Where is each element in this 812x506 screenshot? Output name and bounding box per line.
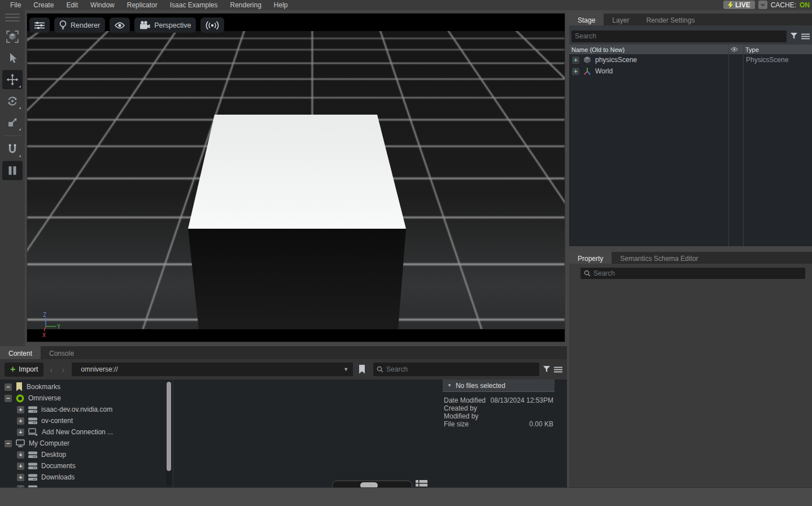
stage-filter-button[interactable] <box>790 33 798 40</box>
tree-scrollbar-track[interactable] <box>166 381 172 486</box>
menu-window[interactable]: Window <box>85 1 120 10</box>
tree-item-downloads[interactable]: + Downloads <box>0 472 165 483</box>
camera-button[interactable]: Perspective <box>134 18 196 33</box>
menu-file[interactable]: File <box>5 1 27 10</box>
viewport-3d[interactable]: Z Y X Renderer <box>27 14 565 342</box>
tab-content[interactable]: Content <box>0 346 41 359</box>
scale-flyout-mark <box>19 128 21 130</box>
live-button[interactable]: LIVE <box>723 1 755 9</box>
select-tool-button[interactable] <box>2 49 23 68</box>
tree-item-desktop[interactable]: + Desktop <box>0 449 165 460</box>
menu-help[interactable]: Help <box>268 1 294 10</box>
menu-create[interactable]: Create <box>28 1 59 10</box>
magnet-icon <box>6 143 19 155</box>
server-icon <box>28 451 37 459</box>
viewport-options-button[interactable] <box>29 18 50 33</box>
path-input[interactable] <box>76 365 343 373</box>
rotate-flyout-mark <box>19 107 21 109</box>
stage-search-input[interactable] <box>575 32 783 40</box>
column-name-header[interactable]: Name (Old to New) <box>569 46 728 53</box>
content-options-button[interactable] <box>554 367 562 373</box>
lightning-bolt-icon <box>728 2 733 8</box>
nav-back-button[interactable]: ‹ <box>47 365 55 374</box>
tree-item-documents[interactable]: + Documents <box>0 460 165 472</box>
expand-toggle[interactable]: + <box>572 56 579 64</box>
file-grid-area[interactable] <box>173 380 443 487</box>
file-details-panel: ▼ No files selected Date Modified 08/13/… <box>443 380 567 487</box>
tab-semantics-schema-editor[interactable]: Semantics Schema Editor <box>612 252 706 264</box>
details-header[interactable]: ▼ No files selected <box>443 380 555 392</box>
tree-item-label: Bookmarks <box>27 383 60 391</box>
tab-property[interactable]: Property <box>569 252 612 264</box>
detail-value: 0.00 KB <box>529 420 553 428</box>
property-search-box <box>580 268 805 279</box>
viewport-tool-column <box>0 10 25 346</box>
tree-item-ov-content[interactable]: + ov-content <box>0 415 165 426</box>
expand-toggle[interactable]: + <box>572 68 579 75</box>
prim-name: World <box>595 67 613 75</box>
scale-icon <box>6 116 19 129</box>
stage-row-physicsscene[interactable]: + physicsScene PhysicsScene <box>569 54 812 66</box>
live-dropdown-button[interactable] <box>758 1 767 9</box>
expand-toggle[interactable]: + <box>17 474 24 481</box>
detail-created-by: Created by <box>443 404 555 412</box>
pause-button[interactable] <box>2 161 23 180</box>
address-bar: ▼ <box>72 363 353 376</box>
cursor-icon <box>6 52 19 64</box>
tab-console[interactable]: Console <box>41 346 82 359</box>
broadcast-button[interactable] <box>200 18 224 33</box>
tree-item-omniverse[interactable]: − Omniverse <box>0 392 165 404</box>
menu-rendering[interactable]: Rendering <box>224 1 267 10</box>
cache-label: CACHE: <box>771 1 796 9</box>
move-tool-button[interactable] <box>2 70 23 89</box>
collapse-toggle[interactable]: − <box>5 395 12 402</box>
plus-icon: + <box>10 365 15 373</box>
tree-item-label: Desktop <box>41 451 66 459</box>
expand-toggle[interactable]: + <box>17 429 24 436</box>
stage-row-world[interactable]: + World <box>569 66 812 77</box>
tab-stage[interactable]: Stage <box>569 14 604 25</box>
content-filter-button[interactable] <box>543 366 551 373</box>
nav-forward-button[interactable]: › <box>59 365 67 374</box>
bookmark-button[interactable] <box>359 365 365 374</box>
toolbar-grip-handle[interactable] <box>5 14 20 21</box>
menu-replicator[interactable]: Replicator <box>121 1 163 10</box>
tab-render-settings[interactable]: Render Settings <box>638 14 703 25</box>
content-panel: Content Console + Import ‹ › ▼ <box>0 346 567 487</box>
visibility-button[interactable] <box>110 18 130 33</box>
tree-item-bookmarks[interactable]: − Bookmarks <box>0 381 165 392</box>
collapse-toggle[interactable]: − <box>5 383 12 391</box>
menu-isaac-examples[interactable]: Isaac Examples <box>164 1 224 10</box>
pause-icon <box>6 164 19 177</box>
scale-tool-button[interactable] <box>2 113 23 132</box>
frame-selection-button[interactable] <box>2 27 23 46</box>
import-button[interactable]: + Import <box>5 363 43 377</box>
chevron-down-icon <box>761 3 765 6</box>
detail-file-size: File size 0.00 KB <box>443 420 555 428</box>
snap-tool-button[interactable] <box>2 139 23 159</box>
tree-item-add-new-connection[interactable]: + Add New Connection ... <box>0 426 165 438</box>
rotate-tool-button[interactable] <box>2 91 23 111</box>
stage-options-button[interactable] <box>801 33 810 40</box>
server-icon <box>28 417 37 425</box>
menu-edit[interactable]: Edit <box>60 1 84 10</box>
tree-scrollbar-thumb[interactable] <box>167 382 171 471</box>
tree-item-label: My Computer <box>29 439 69 447</box>
tree-item-isaac-dev[interactable]: + isaac-dev.ov.nvidia.com <box>0 404 165 415</box>
tab-layer[interactable]: Layer <box>604 14 638 25</box>
hamburger-menu-icon <box>554 367 562 373</box>
path-dropdown-button[interactable]: ▼ <box>343 367 348 372</box>
expand-toggle[interactable]: + <box>17 463 24 470</box>
expand-toggle[interactable]: + <box>17 451 24 459</box>
expand-toggle[interactable]: + <box>17 406 24 413</box>
tree-item-partial[interactable]: + <box>0 483 165 487</box>
column-type-header[interactable]: Type <box>743 46 812 53</box>
column-visibility-header[interactable] <box>728 47 743 52</box>
renderer-button[interactable]: Renderer <box>54 18 105 33</box>
server-icon <box>28 463 37 470</box>
expand-toggle[interactable]: + <box>17 417 24 425</box>
collapse-toggle[interactable]: − <box>5 440 12 447</box>
property-search-input[interactable] <box>593 269 802 277</box>
tree-item-my-computer[interactable]: − My Computer <box>0 438 165 449</box>
content-search-input[interactable] <box>386 365 536 373</box>
